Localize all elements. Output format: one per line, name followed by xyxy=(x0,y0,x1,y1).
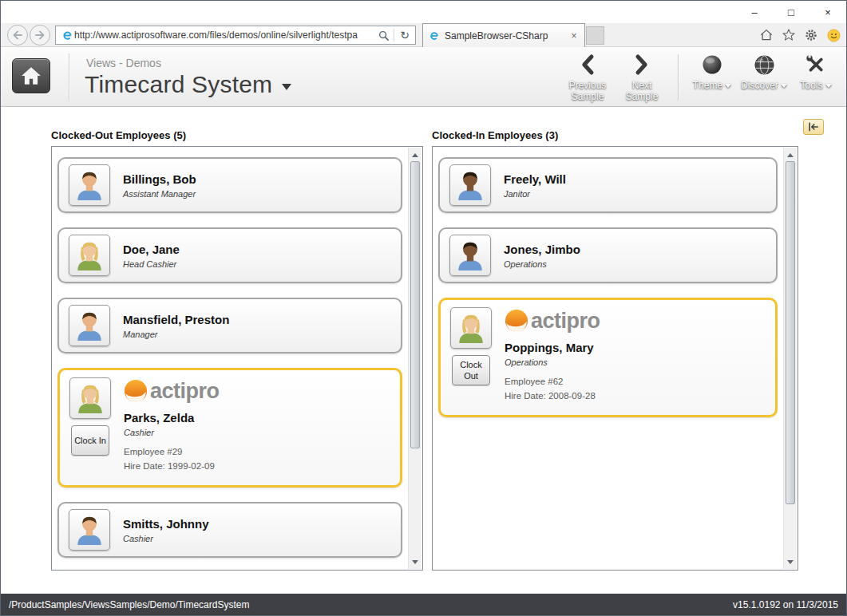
status-path: /ProductSamples/ViewsSamples/Demo/Timeca… xyxy=(9,599,249,610)
scroll-up-button[interactable] xyxy=(784,148,797,161)
collapse-left-arrow-icon xyxy=(807,121,820,132)
tab-close-icon[interactable]: × xyxy=(568,30,580,41)
previous-sample-button[interactable]: Previous Sample xyxy=(563,51,612,103)
refresh-icon[interactable]: ↻ xyxy=(398,27,412,43)
header-nav-separator xyxy=(678,54,679,101)
browser-tab[interactable]: SampleBrowser-CSharp × xyxy=(422,23,585,47)
clocked-out-listbox: Billings, Bob Assistant Manager Doe, Jan… xyxy=(51,146,423,571)
browser-window: – □ × ↻ SampleBrowser-CSharp xyxy=(0,0,847,616)
employee-card[interactable]: Freely, Will Janitor xyxy=(438,157,778,213)
settings-gear-icon[interactable] xyxy=(803,27,819,43)
vertical-scrollbar[interactable] xyxy=(408,148,422,569)
employee-title: Janitor xyxy=(504,189,566,199)
person-avatar-icon xyxy=(454,311,488,345)
chevron-down-icon xyxy=(282,84,291,90)
tools-icon xyxy=(794,51,838,78)
scroll-down-button[interactable] xyxy=(784,555,797,568)
page-title: Timecard System xyxy=(85,71,272,98)
forward-button[interactable] xyxy=(30,25,50,45)
employee-card[interactable]: Mansfield, Preston Manager xyxy=(57,298,402,353)
employee-name: Jones, Jimbo xyxy=(504,243,580,256)
clocked-in-heading: Clocked-In Employees (3) xyxy=(432,129,798,141)
home-icon[interactable] xyxy=(758,27,774,43)
clocked-out-panel: Clocked-Out Employees (5) Billings, Bob … xyxy=(51,129,423,571)
employee-name: Mansfield, Preston xyxy=(123,313,229,326)
employee-name: Smitts, Johnny xyxy=(123,517,209,531)
dropdown-caret-icon xyxy=(825,84,832,88)
browser-navbar: ↻ SampleBrowser-CSharp × xyxy=(1,23,846,47)
app-home-button[interactable] xyxy=(12,58,50,93)
employee-name: Parks, Zelda xyxy=(124,411,220,424)
person-avatar-icon xyxy=(73,168,106,202)
triangle-up-icon xyxy=(787,153,794,157)
triangle-down-icon xyxy=(412,560,418,564)
employee-card-selected[interactable]: Clock Out actipro Poppings, Mary Operati… xyxy=(438,298,778,417)
actipro-logo: actipro xyxy=(124,379,220,403)
address-divider xyxy=(394,29,394,41)
app-header: Views - Demos Timecard System Previous S… xyxy=(1,47,846,107)
address-bar[interactable]: ↻ xyxy=(55,26,416,45)
employee-title: Operations xyxy=(504,259,580,269)
chevron-right-icon xyxy=(617,51,667,78)
avatar xyxy=(449,164,491,206)
house-icon xyxy=(21,66,42,85)
breadcrumb: Views - Demos xyxy=(86,57,161,69)
actipro-logo-text: actipro xyxy=(531,310,600,332)
maximize-button[interactable]: □ xyxy=(773,1,809,23)
vertical-scrollbar[interactable] xyxy=(783,148,797,569)
new-tab-button[interactable] xyxy=(586,26,604,45)
employee-title: Operations xyxy=(505,357,600,367)
forward-arrow-icon xyxy=(34,29,46,41)
discover-menu-button[interactable]: Discover xyxy=(739,51,789,92)
actipro-logo: actipro xyxy=(505,309,600,333)
employee-card[interactable]: Billings, Bob Assistant Manager xyxy=(57,157,402,213)
chevron-left-icon xyxy=(563,51,612,78)
employee-name: Poppings, Mary xyxy=(505,341,600,354)
next-sample-button[interactable]: Next Sample xyxy=(617,51,667,103)
window-titlebar: – □ × xyxy=(1,1,846,23)
avatar xyxy=(69,377,111,419)
sample-title-dropdown[interactable]: Timecard System xyxy=(85,71,291,98)
employee-card[interactable]: Jones, Jimbo Operations xyxy=(438,227,778,283)
status-bar: /ProductSamples/ViewsSamples/Demo/Timeca… xyxy=(1,594,846,615)
ie-tab-icon xyxy=(428,28,440,44)
employee-card[interactable]: Doe, Jane Head Cashier xyxy=(57,227,402,283)
close-button[interactable]: × xyxy=(809,1,846,23)
hire-date: Hire Date: 2008-09-28 xyxy=(505,389,600,404)
scrollbar-thumb[interactable] xyxy=(786,161,795,504)
theme-label: Theme xyxy=(690,81,734,92)
triangle-up-icon xyxy=(412,153,418,157)
scroll-up-button[interactable] xyxy=(409,148,422,161)
globe-icon xyxy=(739,51,789,78)
collapse-panel-button[interactable] xyxy=(803,119,824,135)
url-input[interactable] xyxy=(74,30,376,41)
previous-sample-label: Previous Sample xyxy=(563,81,612,103)
search-icon[interactable] xyxy=(376,27,390,43)
tools-menu-button[interactable]: Tools xyxy=(794,51,838,92)
status-version: v15.1.0192 on 11/3/2015 xyxy=(733,599,838,610)
person-avatar-icon xyxy=(73,381,107,415)
theme-menu-button[interactable]: Theme xyxy=(690,51,734,92)
tools-label: Tools xyxy=(794,81,838,92)
clock-in-button[interactable]: Clock In xyxy=(71,425,109,456)
minimize-button[interactable]: – xyxy=(736,1,773,23)
employee-name: Freely, Will xyxy=(504,172,566,186)
employee-title: Manager xyxy=(123,330,229,339)
dropdown-caret-icon xyxy=(781,84,787,88)
avatar xyxy=(450,307,492,349)
employee-card[interactable]: Smitts, Johnny Cashier xyxy=(57,502,402,558)
discover-label: Discover xyxy=(739,81,789,92)
clocked-in-listbox: Freely, Will Janitor Jones, Jimbo Operat… xyxy=(432,146,798,571)
feedback-smiley-icon[interactable] xyxy=(825,27,841,43)
scroll-down-button[interactable] xyxy=(409,555,422,568)
header-nav: Previous Sample Next Sample Theme Discov xyxy=(563,51,838,103)
scrollbar-thumb[interactable] xyxy=(410,161,420,448)
employee-card-selected[interactable]: Clock In actipro Parks, Zelda Cashier Em… xyxy=(57,368,402,488)
avatar xyxy=(69,509,110,551)
clock-out-button[interactable]: Clock Out xyxy=(452,355,490,385)
actipro-logo-text: actipro xyxy=(150,381,220,402)
browser-toolbar-icons xyxy=(758,26,841,45)
employee-number: Employee #29 xyxy=(124,445,220,460)
favorites-star-icon[interactable] xyxy=(781,27,797,43)
back-button[interactable] xyxy=(7,25,28,45)
